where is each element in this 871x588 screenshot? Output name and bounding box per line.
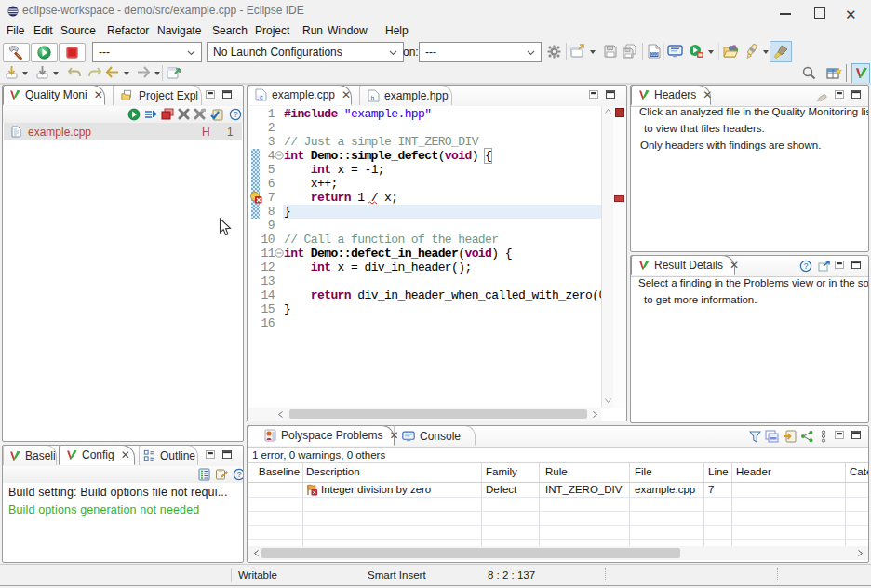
svg-text:.c: .c xyxy=(256,95,263,101)
svg-text:?: ? xyxy=(234,110,238,119)
svg-text:?: ? xyxy=(804,261,809,271)
svg-text:?: ? xyxy=(237,470,242,479)
svg-text:h: h xyxy=(371,96,375,102)
svg-text:010: 010 xyxy=(650,52,658,57)
